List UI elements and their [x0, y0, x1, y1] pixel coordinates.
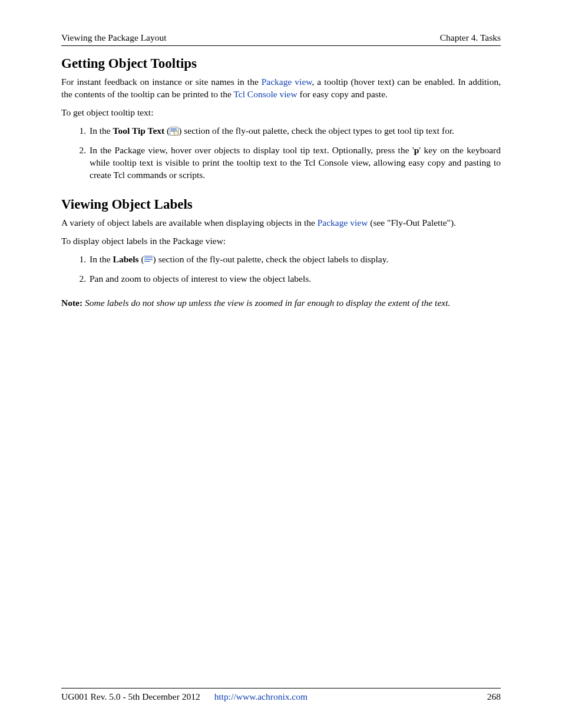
link-tcl-console-view[interactable]: Tcl Console view — [233, 89, 297, 99]
header-left: Viewing the Package Layout — [61, 32, 167, 44]
para-labels-lead: To display object labels in the Package … — [61, 235, 501, 248]
para-tooltips-intro: For instant feedback on instance or site… — [61, 76, 501, 101]
list-item: In the Package view, hover over objects … — [88, 144, 501, 182]
heading-tooltips: Getting Object Tooltips — [61, 54, 501, 73]
link-package-view-2[interactable]: Package view — [318, 218, 368, 228]
para-tooltips-lead: To get object tooltip text: — [61, 107, 501, 119]
list-item: In the Tool Tip Text () section of the f… — [88, 125, 501, 137]
list-item: In the Labels () section of the fly-out … — [88, 253, 501, 266]
tooltip-icon — [170, 127, 178, 136]
list-item: Pan and zoom to objects of interest to v… — [88, 273, 501, 285]
list-tooltips-steps: In the Tool Tip Text () section of the f… — [61, 125, 501, 182]
heading-labels: Viewing Object Labels — [61, 195, 501, 213]
link-package-view[interactable]: Package view — [262, 77, 312, 87]
page-header: Viewing the Package Layout Chapter 4. Ta… — [61, 32, 501, 46]
footer-page-number: 268 — [487, 691, 501, 703]
labels-icon — [144, 256, 153, 263]
page-footer: UG001 Rev. 5.0 - 5th December 2012 http:… — [61, 688, 501, 703]
note-body: Some labels do not show up unless the vi… — [82, 298, 450, 308]
list-labels-steps: In the Labels () section of the fly-out … — [61, 253, 501, 285]
footer-link[interactable]: http://www.achronix.com — [214, 691, 308, 703]
footer-rev: UG001 Rev. 5.0 - 5th December 2012 — [61, 691, 200, 703]
label-tooltip-text: Tool Tip Text — [113, 126, 165, 136]
para-labels-intro: A variety of object labels are available… — [61, 217, 501, 229]
note-label: Note: — [61, 298, 82, 308]
header-right: Chapter 4. Tasks — [440, 32, 501, 44]
note: Note: Some labels do not show up unless … — [61, 297, 501, 309]
label-labels: Labels — [113, 254, 139, 264]
